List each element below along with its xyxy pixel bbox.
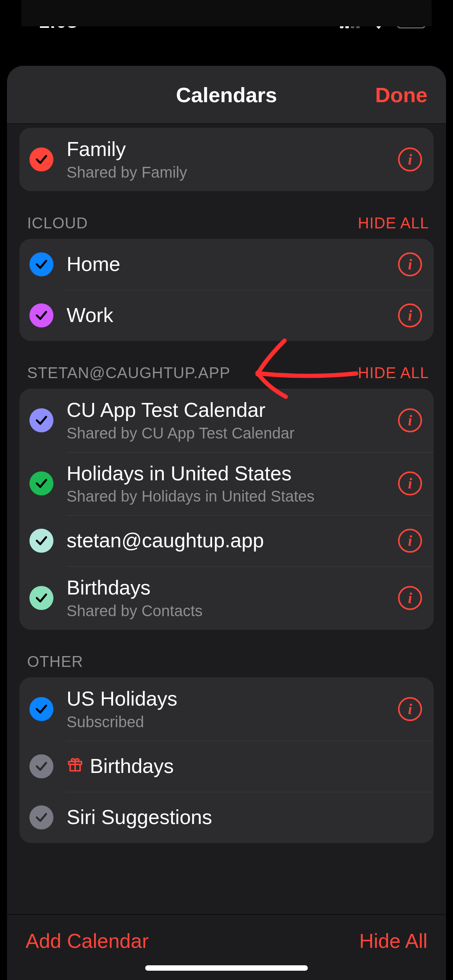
group-other: US Holidays Subscribed i [19,677,434,843]
info-icon[interactable]: i [398,408,422,432]
done-button[interactable]: Done [375,83,427,107]
calendar-title-text: Birthdays [90,755,174,778]
hide-all-footer-button[interactable]: Hide All [359,929,427,953]
calendar-title: Holidays in United States [67,462,390,485]
calendar-row-siri[interactable]: Siri Suggestions [19,792,434,843]
calendar-title: Family [67,138,390,161]
group-header-other: OTHER [7,630,446,677]
group-title: OTHER [27,653,83,670]
calendars-sheet: Calendars Done Family Shared by Family i… [7,66,446,980]
calendar-title: Work [67,304,390,327]
group-caughtup: CU App Test Calendar Shared by CU App Te… [19,389,434,630]
checkmark-icon[interactable] [29,408,53,432]
checkmark-icon[interactable] [29,805,53,829]
calendar-row-cu-test[interactable]: CU App Test Calendar Shared by CU App Te… [19,389,434,452]
info-icon[interactable]: i [398,147,422,171]
calendar-subtitle: Shared by Family [67,163,390,181]
calendar-title: Birthdays [67,755,422,778]
calendar-row-birthdays-acct[interactable]: Birthdays Shared by Contacts i [19,566,434,630]
add-calendar-button[interactable]: Add Calendar [26,929,149,953]
calendar-row-stetan[interactable]: stetan@caughtup.app i [19,515,434,566]
info-icon[interactable]: i [398,303,422,327]
checkmark-icon[interactable] [29,147,53,171]
group-icloud: Home i Work i [19,239,434,341]
group-family: Family Shared by Family i [19,128,434,191]
group-header-icloud: ICLOUD HIDE ALL [7,191,446,239]
group-title: ICLOUD [27,214,88,232]
calendar-subtitle: Subscribed [67,713,390,731]
checkmark-icon[interactable] [29,471,53,495]
checkmark-icon[interactable] [29,529,53,553]
calendar-title: stetan@caughtup.app [67,529,390,552]
checkmark-icon[interactable] [29,252,53,276]
home-indicator[interactable] [145,965,308,971]
calendar-row-birthdays-other[interactable]: Birthdays [19,741,434,792]
sheet-header: Calendars Done [7,66,446,124]
checkmark-icon[interactable] [29,586,53,610]
sheet-body: Family Shared by Family i ICLOUD HIDE AL… [7,124,446,914]
info-icon[interactable]: i [398,252,422,276]
calendar-subtitle: Shared by CU App Test Calendar [67,424,390,442]
gift-icon [67,755,84,778]
info-icon[interactable]: i [398,697,422,721]
calendar-title: Siri Suggestions [67,806,422,829]
calendar-row-family[interactable]: Family Shared by Family i [19,128,434,191]
info-icon[interactable]: i [398,471,422,495]
group-header-caughtup: STETAN@CAUGHTUP.APP HIDE ALL [7,341,446,389]
calendar-row-home[interactable]: Home i [19,239,434,290]
group-title: STETAN@CAUGHTUP.APP [27,364,230,382]
info-icon[interactable]: i [398,529,422,553]
sheet-title: Calendars [176,83,277,107]
calendar-title: Home [67,253,390,276]
calendar-row-us-holidays[interactable]: US Holidays Subscribed i [19,677,434,741]
calendar-title: CU App Test Calendar [67,399,390,422]
checkmark-icon[interactable] [29,754,53,778]
calendar-title: US Holidays [67,687,390,711]
info-icon[interactable]: i [398,586,422,610]
checkmark-icon[interactable] [29,303,53,327]
hide-all-button[interactable]: HIDE ALL [358,364,429,382]
calendar-row-work[interactable]: Work i [19,290,434,341]
calendar-subtitle: Shared by Contacts [67,602,390,620]
calendar-title: Birthdays [67,576,390,600]
calendar-row-holidays-us[interactable]: Holidays in United States Shared by Holi… [19,452,434,516]
sheet-back-layer [21,0,432,26]
checkmark-icon[interactable] [29,697,53,721]
hide-all-button[interactable]: HIDE ALL [358,214,429,232]
calendar-subtitle: Shared by Holidays in United States [67,487,390,505]
